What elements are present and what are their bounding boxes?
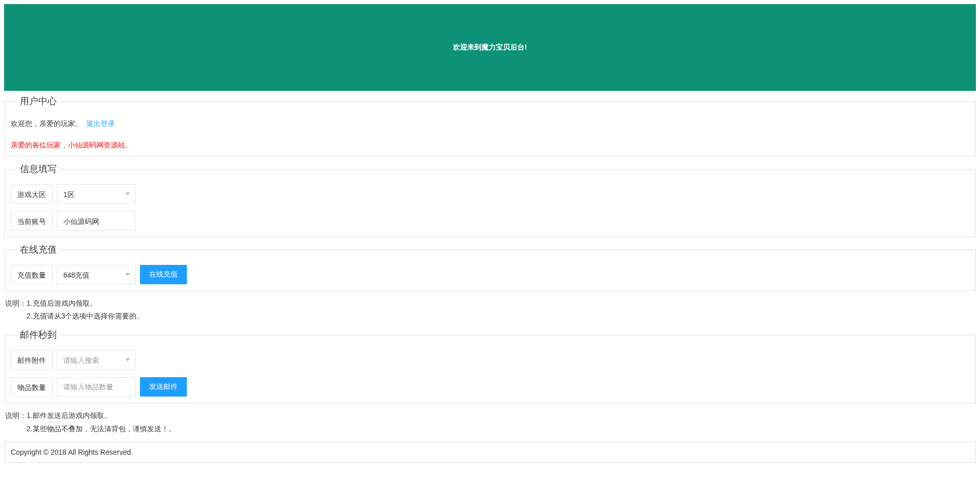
recharge-row: 充值数量 648充值 在线充值 [11, 265, 969, 284]
mail-instructions: 说明：1.邮件发送后游戏内领取。 2.某些物品不叠加，无法清背包，谨慎发送！。 [4, 409, 976, 435]
info-fill-title: 信息填写 [17, 163, 60, 175]
recharge-button[interactable]: 在线充值 [140, 265, 187, 284]
account-value: 小仙源码网 [57, 211, 136, 231]
user-center-section: 用户中心 欢迎您，亲爱的玩家。 退出登录 亲爱的各位玩家，小仙源码网资源站。 [4, 95, 976, 157]
recharge-amount-value: 648充值 [63, 271, 89, 279]
recharge-instructions: 说明：1.充值后游戏内领取。 2.充值请从3个选项中选择你需要的。 [4, 297, 976, 323]
account-row: 当前账号 小仙源码网 [11, 211, 969, 231]
mail-quantity-label: 物品数量 [11, 377, 53, 397]
mail-quantity-input[interactable] [57, 377, 136, 397]
footer: Copyright © 2018 All Rights Reserved. [4, 441, 976, 463]
info-fill-section: 信息填写 游戏大区 1区 当前账号 小仙源码网 [4, 163, 976, 237]
recharge-section: 在线充值 充值数量 648充值 在线充值 [4, 243, 976, 291]
account-label: 当前账号 [11, 211, 53, 231]
recharge-instruction-2: 2.充值请从3个选项中选择你需要的。 [5, 310, 976, 323]
user-center-title: 用户中心 [17, 95, 60, 107]
region-label: 游戏大区 [11, 184, 53, 204]
mail-instruction-prefix: 说明： [5, 411, 27, 420]
recharge-title: 在线充值 [17, 243, 60, 256]
region-select-value: 1区 [63, 190, 75, 199]
mail-instruction-2: 2.某些物品不叠加，无法清背包，谨慎发送！。 [5, 423, 976, 435]
recharge-amount-select[interactable]: 648充值 [57, 265, 136, 284]
mail-attach-row: 邮件附件 请输入搜索 [11, 350, 969, 370]
logout-link[interactable]: 退出登录 [86, 119, 115, 128]
copyright-text: Copyright © 2018 All Rights Reserved. [11, 448, 133, 456]
recharge-instruction-prefix: 说明： [5, 299, 27, 307]
recharge-instruction-1: 1.充值后游戏内领取。 [27, 299, 97, 307]
banner-welcome-text: 欢迎来到魔力宝贝后台! [453, 43, 527, 52]
notice-text: 亲爱的各位玩家，小仙源码网资源站。 [11, 135, 969, 150]
welcome-row: 欢迎您，亲爱的玩家。 退出登录 [11, 116, 969, 135]
region-row: 游戏大区 1区 [11, 184, 969, 204]
mail-section: 邮件秒到 邮件附件 请输入搜索 物品数量 发送邮件 [4, 329, 976, 403]
mail-attach-select[interactable]: 请输入搜索 [57, 350, 136, 370]
mail-attach-label: 邮件附件 [11, 350, 53, 370]
mail-instruction-1: 1.邮件发送后游戏内领取。 [27, 411, 111, 420]
mail-quantity-row: 物品数量 发送邮件 [11, 377, 969, 397]
welcome-text: 欢迎您，亲爱的玩家。 [11, 119, 84, 128]
header-banner: 欢迎来到魔力宝贝后台! [4, 4, 976, 91]
recharge-amount-label: 充值数量 [11, 265, 53, 284]
region-select[interactable]: 1区 [57, 184, 136, 204]
mail-attach-placeholder: 请输入搜索 [63, 356, 99, 364]
send-mail-button[interactable]: 发送邮件 [140, 377, 187, 397]
mail-title: 邮件秒到 [17, 329, 60, 341]
